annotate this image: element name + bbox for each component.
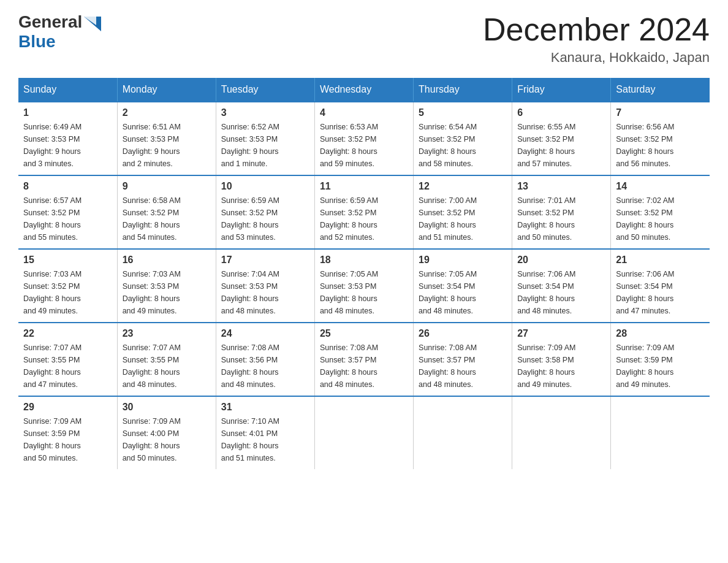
days-of-week-row: SundayMondayTuesdayWednesdayThursdayFrid…	[18, 78, 710, 102]
calendar-cell: 26Sunrise: 7:08 AMSunset: 3:57 PMDayligh…	[414, 323, 512, 396]
day-info: Sunrise: 6:59 AMSunset: 3:52 PMDaylight:…	[320, 194, 408, 243]
day-of-week-wednesday: Wednesday	[314, 78, 413, 102]
calendar-week-row: 15Sunrise: 7:03 AMSunset: 3:52 PMDayligh…	[18, 249, 710, 323]
calendar-cell: 20Sunrise: 7:06 AMSunset: 3:54 PMDayligh…	[512, 249, 611, 323]
calendar-cell: 22Sunrise: 7:07 AMSunset: 3:55 PMDayligh…	[18, 323, 117, 396]
calendar-header: SundayMondayTuesdayWednesdayThursdayFrid…	[18, 78, 710, 102]
day-info: Sunrise: 7:00 AMSunset: 3:52 PMDaylight:…	[419, 194, 507, 243]
calendar-cell: 31Sunrise: 7:10 AMSunset: 4:01 PMDayligh…	[216, 396, 314, 469]
logo: General Blue	[18, 12, 101, 52]
day-info: Sunrise: 7:08 AMSunset: 3:56 PMDaylight:…	[221, 342, 309, 391]
calendar-cell: 25Sunrise: 7:08 AMSunset: 3:57 PMDayligh…	[314, 323, 413, 396]
calendar-week-row: 8Sunrise: 6:57 AMSunset: 3:52 PMDaylight…	[18, 175, 710, 249]
calendar-body: 1Sunrise: 6:49 AMSunset: 3:53 PMDaylight…	[18, 102, 710, 469]
day-number: 25	[320, 328, 408, 339]
day-of-week-thursday: Thursday	[414, 78, 512, 102]
calendar-week-row: 22Sunrise: 7:07 AMSunset: 3:55 PMDayligh…	[18, 323, 710, 396]
calendar-cell	[611, 396, 710, 469]
day-number: 20	[517, 255, 605, 266]
calendar-cell: 4Sunrise: 6:53 AMSunset: 3:52 PMDaylight…	[314, 102, 413, 175]
calendar-cell: 1Sunrise: 6:49 AMSunset: 3:53 PMDaylight…	[18, 102, 117, 175]
day-number: 2	[123, 107, 211, 118]
day-number: 8	[23, 181, 112, 192]
calendar-cell	[512, 396, 611, 469]
calendar-cell: 23Sunrise: 7:07 AMSunset: 3:55 PMDayligh…	[117, 323, 216, 396]
calendar-cell: 5Sunrise: 6:54 AMSunset: 3:52 PMDaylight…	[414, 102, 512, 175]
day-number: 9	[123, 181, 211, 192]
logo-blue-text: Blue	[18, 32, 56, 51]
calendar-cell	[414, 396, 512, 469]
calendar-cell	[314, 396, 413, 469]
day-info: Sunrise: 6:49 AMSunset: 3:53 PMDaylight:…	[23, 121, 112, 170]
day-info: Sunrise: 6:51 AMSunset: 3:53 PMDaylight:…	[123, 121, 211, 170]
day-info: Sunrise: 6:58 AMSunset: 3:52 PMDaylight:…	[123, 194, 211, 243]
calendar-cell: 18Sunrise: 7:05 AMSunset: 3:53 PMDayligh…	[314, 249, 413, 323]
day-number: 1	[23, 107, 112, 118]
day-info: Sunrise: 7:09 AMSunset: 3:59 PMDaylight:…	[616, 342, 705, 391]
day-number: 29	[23, 402, 112, 413]
calendar-cell: 3Sunrise: 6:52 AMSunset: 3:53 PMDaylight…	[216, 102, 314, 175]
day-info: Sunrise: 7:08 AMSunset: 3:57 PMDaylight:…	[419, 342, 507, 391]
day-number: 31	[221, 402, 309, 413]
day-info: Sunrise: 6:52 AMSunset: 3:53 PMDaylight:…	[221, 121, 309, 170]
day-info: Sunrise: 7:07 AMSunset: 3:55 PMDaylight:…	[123, 342, 211, 391]
month-year-title: December 2024	[483, 12, 710, 47]
day-number: 23	[123, 328, 211, 339]
day-number: 4	[320, 107, 408, 118]
day-number: 16	[123, 255, 211, 266]
calendar-cell: 12Sunrise: 7:00 AMSunset: 3:52 PMDayligh…	[414, 175, 512, 249]
day-number: 14	[616, 181, 705, 192]
day-number: 17	[221, 255, 309, 266]
day-info: Sunrise: 6:53 AMSunset: 3:52 PMDaylight:…	[320, 121, 408, 170]
day-number: 11	[320, 181, 408, 192]
day-of-week-monday: Monday	[117, 78, 216, 102]
day-number: 15	[23, 255, 112, 266]
day-number: 5	[419, 107, 507, 118]
calendar-cell: 14Sunrise: 7:02 AMSunset: 3:52 PMDayligh…	[611, 175, 710, 249]
day-info: Sunrise: 7:05 AMSunset: 3:54 PMDaylight:…	[419, 268, 507, 317]
day-number: 28	[616, 328, 705, 339]
day-number: 26	[419, 328, 507, 339]
day-info: Sunrise: 6:56 AMSunset: 3:52 PMDaylight:…	[616, 121, 705, 170]
day-info: Sunrise: 6:54 AMSunset: 3:52 PMDaylight:…	[419, 121, 507, 170]
day-info: Sunrise: 7:04 AMSunset: 3:53 PMDaylight:…	[221, 268, 309, 317]
day-info: Sunrise: 7:10 AMSunset: 4:01 PMDaylight:…	[221, 415, 309, 464]
logo-triangle-icon	[84, 17, 101, 31]
calendar-week-row: 1Sunrise: 6:49 AMSunset: 3:53 PMDaylight…	[18, 102, 710, 175]
calendar-cell: 9Sunrise: 6:58 AMSunset: 3:52 PMDaylight…	[117, 175, 216, 249]
day-number: 7	[616, 107, 705, 118]
day-info: Sunrise: 7:05 AMSunset: 3:53 PMDaylight:…	[320, 268, 408, 317]
day-of-week-friday: Friday	[512, 78, 611, 102]
day-info: Sunrise: 7:06 AMSunset: 3:54 PMDaylight:…	[517, 268, 605, 317]
day-of-week-saturday: Saturday	[611, 78, 710, 102]
day-info: Sunrise: 6:55 AMSunset: 3:52 PMDaylight:…	[517, 121, 605, 170]
page-header: General Blue December 2024 Kanaura, Hokk…	[18, 12, 710, 66]
day-info: Sunrise: 7:09 AMSunset: 3:59 PMDaylight:…	[23, 415, 112, 464]
calendar-cell: 13Sunrise: 7:01 AMSunset: 3:52 PMDayligh…	[512, 175, 611, 249]
day-info: Sunrise: 6:59 AMSunset: 3:52 PMDaylight:…	[221, 194, 309, 243]
day-number: 3	[221, 107, 309, 118]
day-number: 27	[517, 328, 605, 339]
day-number: 12	[419, 181, 507, 192]
day-info: Sunrise: 7:08 AMSunset: 3:57 PMDaylight:…	[320, 342, 408, 391]
calendar-cell: 11Sunrise: 6:59 AMSunset: 3:52 PMDayligh…	[314, 175, 413, 249]
day-number: 22	[23, 328, 112, 339]
calendar-cell: 2Sunrise: 6:51 AMSunset: 3:53 PMDaylight…	[117, 102, 216, 175]
calendar-table: SundayMondayTuesdayWednesdayThursdayFrid…	[18, 78, 710, 469]
calendar-cell: 15Sunrise: 7:03 AMSunset: 3:52 PMDayligh…	[18, 249, 117, 323]
day-number: 18	[320, 255, 408, 266]
day-number: 30	[123, 402, 211, 413]
day-number: 21	[616, 255, 705, 266]
day-number: 24	[221, 328, 309, 339]
day-info: Sunrise: 7:06 AMSunset: 3:54 PMDaylight:…	[616, 268, 705, 317]
title-section: December 2024 Kanaura, Hokkaido, Japan	[483, 12, 710, 66]
day-info: Sunrise: 7:07 AMSunset: 3:55 PMDaylight:…	[23, 342, 112, 391]
calendar-cell: 30Sunrise: 7:09 AMSunset: 4:00 PMDayligh…	[117, 396, 216, 469]
day-info: Sunrise: 7:09 AMSunset: 3:58 PMDaylight:…	[517, 342, 605, 391]
calendar-cell: 21Sunrise: 7:06 AMSunset: 3:54 PMDayligh…	[611, 249, 710, 323]
calendar-cell: 19Sunrise: 7:05 AMSunset: 3:54 PMDayligh…	[414, 249, 512, 323]
day-of-week-tuesday: Tuesday	[216, 78, 314, 102]
calendar-cell: 27Sunrise: 7:09 AMSunset: 3:58 PMDayligh…	[512, 323, 611, 396]
calendar-cell: 29Sunrise: 7:09 AMSunset: 3:59 PMDayligh…	[18, 396, 117, 469]
calendar-cell: 16Sunrise: 7:03 AMSunset: 3:53 PMDayligh…	[117, 249, 216, 323]
